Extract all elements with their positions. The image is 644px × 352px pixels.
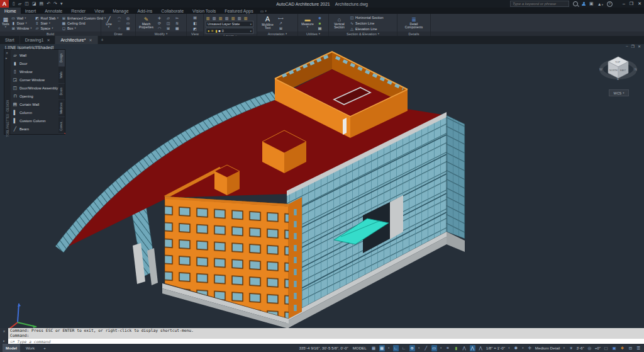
- detail-caret-icon[interactable]: ▾: [562, 345, 565, 351]
- palette-tab-windows[interactable]: Windows: [58, 100, 65, 117]
- object-snap-icon[interactable]: ▭: [431, 345, 437, 351]
- palette-tab-walls[interactable]: Walls: [58, 67, 65, 84]
- layout-tab-add[interactable]: +: [40, 344, 49, 352]
- panel-label-modify[interactable]: Modify▾: [136, 31, 186, 36]
- panel-label-details[interactable]: Details: [397, 31, 430, 36]
- mirror-icon[interactable]: ▱: [165, 16, 171, 21]
- measure-button[interactable]: ▬ Measure▾: [300, 15, 315, 31]
- palette-tab-design[interactable]: Design: [58, 50, 65, 67]
- tools-button[interactable]: ▦ Tools▾: [2, 15, 9, 31]
- tab-featured-apps[interactable]: Featured Apps: [220, 8, 258, 14]
- help-search-box[interactable]: [510, 1, 569, 7]
- palette-item-column[interactable]: ▌Column: [13, 109, 58, 116]
- command-input[interactable]: [17, 339, 644, 344]
- match-properties-button[interactable]: ✎ Match Properties: [138, 15, 155, 31]
- donut-icon[interactable]: ◎: [125, 16, 131, 21]
- layer-dropdown[interactable]: ● ☀ ▮ ■ 0▾: [206, 28, 253, 34]
- tray-gray-icon[interactable]: ▢: [603, 345, 609, 351]
- model-space-button[interactable]: MODEL: [351, 346, 369, 350]
- rectangle-icon[interactable]: ▭: [125, 21, 131, 26]
- command-customize-icon[interactable]: ▸: [3, 339, 5, 343]
- dynamic-input-icon[interactable]: ∟: [401, 345, 407, 351]
- app-store-icon[interactable]: ▣: [589, 1, 594, 6]
- palette-item-door[interactable]: ▮Door: [13, 60, 58, 67]
- enhanced-custom-grid-button[interactable]: ⊞Enhanced Custom Grid▾: [62, 16, 106, 21]
- palette-title-strip[interactable]: ✕ ▸ TOOL PALETTES - DESIGN: [4, 50, 11, 134]
- autodesk-alert-icon[interactable]: ▲▾: [597, 2, 603, 6]
- tray-blue-icon[interactable]: ▣: [611, 345, 617, 351]
- save-as-icon[interactable]: ◪: [32, 1, 36, 6]
- new-icon[interactable]: ▯: [13, 1, 15, 6]
- customization-menu-icon[interactable]: ☰: [636, 345, 641, 351]
- building-3d-model[interactable]: [0, 44, 644, 328]
- sun-icon[interactable]: ☀: [568, 345, 574, 351]
- undo-icon[interactable]: ↶: [47, 1, 50, 6]
- panel-label-build[interactable]: Build: [0, 31, 101, 36]
- palette-item-corner-window[interactable]: ◲Corner Window: [13, 76, 58, 83]
- quick-select-icon[interactable]: ■: [317, 21, 323, 26]
- annotation-autoscale-icon[interactable]: ⋀: [470, 345, 475, 351]
- panel-label-section-elevation[interactable]: Section & Elevation▾: [329, 31, 397, 36]
- plot-icon[interactable]: ▤: [40, 1, 44, 6]
- workspace-gear-icon[interactable]: ✱: [513, 345, 519, 351]
- lineweight-icon[interactable]: ≡: [445, 345, 451, 351]
- object-snap-tracking-icon[interactable]: ╱: [423, 345, 429, 351]
- window-button[interactable]: ⊞Window▾: [11, 26, 32, 31]
- move-icon[interactable]: ✛: [157, 16, 162, 21]
- fillet-icon[interactable]: ◠: [157, 26, 162, 31]
- space-button[interactable]: ▱Space▾: [35, 26, 58, 31]
- vertical-section-button[interactable]: ⌂ Vertical Section: [331, 15, 348, 31]
- stair-button[interactable]: ≡Stair▾: [35, 21, 58, 26]
- close-button[interactable]: ✕: [638, 1, 641, 6]
- scale-icon[interactable]: ▦: [174, 26, 180, 31]
- elevation-target-icon[interactable]: ◎: [587, 345, 592, 351]
- command-history[interactable]: Command: Press ESC or ENTER to exit, or …: [0, 328, 644, 339]
- roof-slab-button[interactable]: ◩Roof Slab▾: [35, 16, 58, 21]
- grid-display-icon[interactable]: ▦: [371, 345, 377, 351]
- ribbon-display-toggle[interactable]: ▭▾: [260, 8, 267, 14]
- isolate-objects-icon[interactable]: ⊡: [628, 345, 633, 351]
- tray-orange-icon[interactable]: ❖: [619, 345, 625, 351]
- wcs-dropdown[interactable]: WCS▾: [609, 89, 629, 96]
- view-camera-icon[interactable]: ◩: [192, 26, 198, 31]
- osnap-caret-icon[interactable]: ▾: [440, 345, 443, 351]
- polar-tracking-icon[interactable]: ⊕: [409, 345, 415, 351]
- tab-add-ins[interactable]: Add-ins: [133, 8, 157, 14]
- panel-label-annotation[interactable]: Annotation▾: [257, 31, 297, 36]
- stretch-icon[interactable]: ≋: [174, 21, 180, 26]
- minimize-button[interactable]: –: [623, 1, 625, 6]
- polar-caret-icon[interactable]: ▾: [418, 345, 421, 351]
- tab-insert[interactable]: Insert: [21, 8, 41, 14]
- command-close-icon[interactable]: ✕: [3, 329, 5, 333]
- viewcube[interactable]: W N E S TOP NORTH EAST WCS▾: [599, 48, 639, 102]
- table-icon[interactable]: ⊞: [278, 26, 284, 31]
- ceiling-grid-button[interactable]: ▦Ceiling Grid: [62, 21, 106, 26]
- section-line-button[interactable]: ∿Section Line: [350, 21, 384, 26]
- selection-cycling-icon[interactable]: ▮: [453, 345, 459, 351]
- leader-icon[interactable]: ↗: [278, 21, 284, 26]
- elevation-line-button[interactable]: △Elevation Line: [350, 26, 384, 31]
- help-icon[interactable]: ?: [607, 1, 613, 7]
- layer-state-dropdown[interactable]: Unsaved Layer State▾: [206, 21, 253, 27]
- layer-tool-icon[interactable]: ▥: [243, 15, 248, 20]
- elevation-offset[interactable]: +0": [595, 346, 601, 350]
- infer-constraints-icon[interactable]: ∟: [393, 345, 399, 351]
- tab-collaborate[interactable]: Collaborate: [157, 8, 188, 14]
- annotation-monitor-icon[interactable]: ✛: [527, 345, 533, 351]
- hatch-icon[interactable]: ▦: [125, 26, 131, 31]
- palette-item-window[interactable]: ▯Window: [13, 68, 58, 75]
- file-tab-drawing1[interactable]: Drawing1✕: [20, 36, 56, 44]
- circle-icon[interactable]: ○: [116, 26, 122, 31]
- gear-caret-icon[interactable]: ▾: [521, 345, 525, 351]
- snap-caret-icon[interactable]: ▾: [387, 345, 391, 351]
- panel-label-utilities[interactable]: Utilities▾: [298, 31, 328, 36]
- drawing-canvas[interactable]: [-][NE Isometric][Shaded] – ❐ ✕ ✕ ▸ TOOL…: [0, 44, 644, 328]
- horizontal-section-button[interactable]: ◫Horizontal Section: [350, 15, 384, 20]
- tab-view[interactable]: View: [90, 8, 108, 14]
- display-detail-level[interactable]: Medium Detail: [535, 346, 560, 350]
- search-icon[interactable]: [573, 1, 578, 6]
- layer-tool-icon[interactable]: ▥: [237, 15, 242, 20]
- line-button[interactable]: ╱ Line▾: [103, 15, 114, 31]
- tab-home[interactable]: Home: [0, 8, 21, 14]
- wall-button[interactable]: ▭Wall▾: [11, 16, 32, 21]
